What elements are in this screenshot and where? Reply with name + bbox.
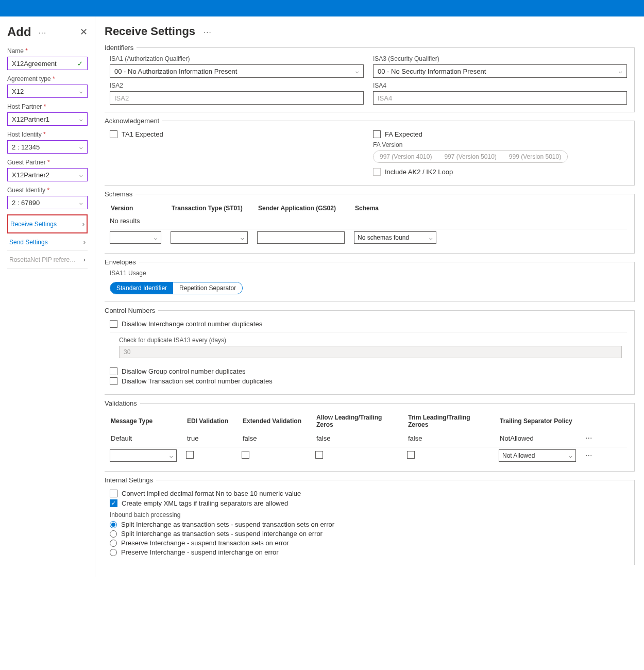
guest-identity-select[interactable]: 2 : 67890 ⌵ — [7, 196, 88, 209]
ak2-checkbox[interactable] — [373, 168, 381, 176]
chevron-down-icon: ⌵ — [79, 144, 83, 150]
batch-opt-1-radio[interactable] — [110, 530, 117, 538]
close-icon[interactable]: ✕ — [80, 26, 88, 38]
schema-sender-input[interactable] — [257, 231, 345, 244]
val-msgtype-select[interactable]: ⌵ — [110, 449, 177, 462]
val-edi-checkbox[interactable] — [186, 451, 194, 459]
guest-partner-select[interactable]: X12Partner2 ⌵ — [7, 168, 88, 181]
sidebar-title: Add — [7, 25, 31, 39]
name-value: X12Agreement — [12, 60, 57, 68]
main-layout: Add ··· ✕ Name X12Agreement ✓ Agreement … — [0, 16, 644, 577]
chevron-down-icon: ⌵ — [79, 199, 83, 206]
nav-send-settings[interactable]: Send Settings › — [7, 233, 88, 251]
name-label: Name — [7, 47, 88, 55]
section-schemas: Schemas Version Transaction Type (ST01) … — [105, 194, 635, 254]
host-partner-select[interactable]: X12Partner1 ⌵ — [7, 112, 88, 126]
isa3-select[interactable]: 00 - No Security Information Present ⌵ — [373, 64, 627, 78]
row-more-icon[interactable]: ··· — [585, 433, 592, 443]
chevron-down-icon: ⌵ — [79, 116, 83, 123]
top-bar — [0, 0, 644, 16]
section-acknowledgement: Acknowledgement TA1 Expected FA Expected… — [105, 121, 635, 186]
pill-999-5010[interactable]: 999 (Version 5010) — [503, 151, 567, 162]
pill-997-5010[interactable]: 997 (Version 5010) — [438, 151, 502, 162]
nav-receive-settings[interactable]: Receive Settings › — [7, 214, 88, 233]
schema-txtype-select[interactable]: ⌵ — [171, 231, 248, 244]
chevron-down-icon: ⌵ — [241, 234, 244, 241]
isa11-toggle: Standard Identifier Repetition Separator — [110, 282, 243, 294]
nav-rosettanet[interactable]: RosettaNet PIP references › — [7, 251, 88, 269]
content-title: Receive Settings — [105, 25, 195, 38]
section-control-numbers: Control Numbers Disallow Interchange con… — [105, 310, 635, 395]
ta1-checkbox[interactable] — [110, 130, 117, 138]
chevron-right-icon: › — [83, 238, 86, 246]
section-validations: Validations Message Type EDI Validation … — [105, 403, 635, 472]
isa13-days-input: 30 — [119, 346, 622, 358]
disallow-tx-checkbox[interactable] — [110, 377, 117, 385]
chevron-down-icon: ⌵ — [355, 68, 359, 75]
val-allow-checkbox[interactable] — [315, 451, 323, 459]
chevron-down-icon: ⌵ — [429, 234, 433, 241]
more-icon[interactable]: ··· — [36, 28, 50, 37]
schema-select[interactable]: No schemas found⌵ — [354, 231, 436, 244]
chevron-down-icon: ⌵ — [154, 234, 158, 241]
chevron-down-icon: ⌵ — [619, 68, 622, 75]
disallow-interchange-checkbox[interactable] — [110, 320, 117, 328]
val-trim-checkbox[interactable] — [407, 451, 415, 459]
content-header: Receive Settings ··· — [105, 25, 635, 38]
host-partner-label: Host Partner — [7, 103, 88, 110]
convert-decimal-checkbox[interactable] — [110, 490, 117, 497]
section-internal-settings: Internal Settings Convert implied decima… — [105, 480, 635, 565]
toggle-standard-identifier[interactable]: Standard Identifier — [110, 282, 173, 294]
content: Receive Settings ··· Identifiers ISA1 (A… — [95, 16, 644, 577]
host-identity-label: Host Identity — [7, 131, 88, 138]
name-input[interactable]: X12Agreement ✓ — [7, 57, 88, 70]
section-envelopes: Envelopes ISA11 Usage Standard Identifie… — [105, 262, 635, 302]
chevron-right-icon: › — [82, 220, 84, 228]
batch-opt-0-radio[interactable] — [110, 521, 117, 528]
check-icon: ✓ — [77, 60, 83, 68]
sidebar-header: Add ··· ✕ — [7, 25, 88, 39]
guest-partner-label: Guest Partner — [7, 159, 88, 166]
toggle-repetition-separator[interactable]: Repetition Separator — [173, 282, 242, 294]
create-empty-xml-checkbox[interactable]: ✓ — [110, 499, 117, 507]
agreement-type-select[interactable]: X12 ⌵ — [7, 85, 88, 98]
batch-opt-2-radio[interactable] — [110, 540, 117, 547]
isa1-select[interactable]: 00 - No Authorization Information Presen… — [110, 64, 364, 78]
fa-version-pills: 997 (Version 4010) 997 (Version 5010) 99… — [373, 150, 568, 163]
section-identifiers: Identifiers ISA1 (Authorization Qualifie… — [105, 47, 635, 112]
chevron-right-icon: › — [83, 256, 86, 263]
chevron-down-icon: ⌵ — [79, 172, 83, 178]
row-more-icon[interactable]: ··· — [585, 451, 592, 460]
chevron-down-icon: ⌵ — [569, 453, 572, 459]
val-ext-checkbox[interactable] — [242, 451, 249, 459]
isa2-input[interactable]: ISA2 — [110, 91, 364, 105]
batch-opt-3-radio[interactable] — [110, 549, 117, 556]
sidebar: Add ··· ✕ Name X12Agreement ✓ Agreement … — [0, 16, 95, 577]
isa4-input[interactable]: ISA4 — [373, 91, 627, 105]
more-icon[interactable]: ··· — [200, 27, 215, 36]
disallow-group-checkbox[interactable] — [110, 367, 117, 375]
schema-version-select[interactable]: ⌵ — [110, 231, 161, 244]
chevron-down-icon: ⌵ — [170, 453, 173, 459]
agreement-type-label: Agreement type — [7, 75, 88, 82]
host-identity-select[interactable]: 2 : 12345 ⌵ — [7, 140, 88, 154]
guest-identity-label: Guest Identity — [7, 187, 88, 194]
pill-997-4010[interactable]: 997 (Version 4010) — [374, 151, 438, 162]
chevron-down-icon: ⌵ — [79, 88, 83, 95]
val-policy-select[interactable]: Not Allowed⌵ — [499, 449, 576, 462]
fa-checkbox[interactable] — [373, 130, 381, 138]
